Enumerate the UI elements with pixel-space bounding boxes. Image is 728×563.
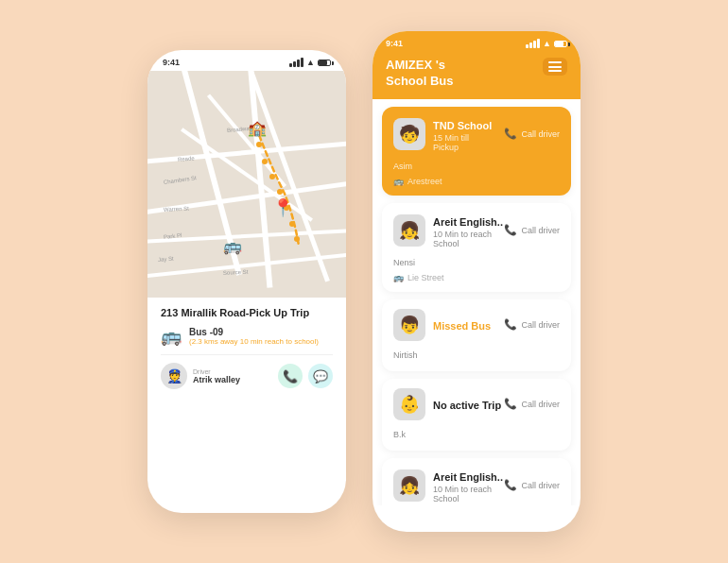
signal-bar-1 bbox=[289, 63, 292, 67]
signal-bar-4 bbox=[301, 58, 303, 67]
trip-card-4[interactable]: 👧 Areit English.. 10 Min to reachSchool … bbox=[382, 458, 571, 505]
action-icons: 📞 💬 bbox=[278, 364, 333, 388]
trip-card-1[interactable]: 👧 Areit English.. 10 Min to reachSchool … bbox=[382, 203, 571, 292]
student-name-2: Nirtish bbox=[393, 350, 418, 360]
driver-label: Driver bbox=[193, 368, 240, 375]
card-row-4: 👧 Areit English.. 10 Min to reachSchool … bbox=[393, 468, 560, 503]
card-call-3[interactable]: 📞 Call driver bbox=[504, 398, 560, 410]
svg-point-7 bbox=[294, 236, 300, 242]
card-sub2-1: School bbox=[433, 239, 503, 248]
trip-title: 213 Mirallik Road-Pick Up Trip bbox=[161, 307, 333, 318]
card-row-3: 👶 No active Trip 📞 Call driver bbox=[393, 388, 560, 420]
school-icon: 🏫 bbox=[248, 119, 267, 137]
card-sub1-1: 10 Min to reach bbox=[433, 230, 503, 239]
trip-card-2[interactable]: 👦 Missed Bus 📞 Call driver Nirtish bbox=[382, 299, 571, 371]
trip-card-3[interactable]: 👶 No active Trip 📞 Call driver B.k bbox=[382, 379, 571, 451]
card-info-0: TND School 15 Min tillPickup bbox=[433, 116, 492, 152]
card-street-1: 🚌 Lie Street bbox=[393, 273, 560, 282]
card-call-4[interactable]: 📞 Call driver bbox=[504, 479, 560, 491]
road-label-warren: Warren St bbox=[164, 206, 189, 213]
map-pin: 📍 bbox=[272, 197, 293, 218]
card-info-3: No active Trip bbox=[433, 396, 501, 413]
phone-icon-1: 📞 bbox=[504, 224, 517, 236]
r-sig-1 bbox=[526, 44, 529, 48]
card-call-2[interactable]: 📞 Call driver bbox=[504, 318, 560, 331]
phone-icon-2: 📞 bbox=[504, 318, 517, 331]
card-left-1: 👧 Areit English.. 10 Min to reachSchool bbox=[393, 213, 503, 248]
card-student-3: B.k bbox=[393, 424, 560, 441]
bus-street-icon-0: 🚌 bbox=[393, 177, 404, 186]
right-wifi-icon: ▲ bbox=[543, 39, 551, 48]
bottom-panel: 213 Mirallik Road-Pick Up Trip 🚌 Bus -09… bbox=[147, 298, 346, 399]
card-row-2: 👦 Missed Bus 📞 Call driver bbox=[393, 309, 560, 341]
right-phone: 9:41 ▲ AMIZEX 's School Bus bbox=[373, 31, 581, 532]
student-avatar-0: 🧒 bbox=[393, 118, 425, 150]
menu-line-3 bbox=[548, 70, 562, 72]
card-info-4: Areit English.. 10 Min to reachSchool bbox=[433, 468, 503, 503]
right-phone-header: AMIZEX 's School Bus bbox=[373, 48, 581, 99]
student-avatar-3: 👶 bbox=[393, 388, 425, 420]
driver-row: 👮 Driver Atrik walley 📞 💬 bbox=[161, 354, 333, 389]
right-time: 9:41 bbox=[386, 39, 403, 48]
card-info-2: Missed Bus bbox=[433, 316, 491, 333]
call-label-4: Call driver bbox=[521, 481, 560, 490]
call-label-0: Call driver bbox=[521, 129, 560, 139]
cards-list: 🧒 TND School 15 Min tillPickup 📞 Call dr… bbox=[373, 99, 581, 505]
card-left-2: 👦 Missed Bus bbox=[393, 309, 491, 341]
road-h4 bbox=[147, 251, 346, 280]
chat-action-button[interactable]: 💬 bbox=[308, 364, 333, 388]
call-action-button[interactable]: 📞 bbox=[278, 364, 303, 388]
left-phone: 9:41 ▲ bbox=[147, 50, 346, 513]
road-label-reade: Reade bbox=[177, 156, 194, 163]
card-sub2-0: Pickup bbox=[433, 143, 492, 152]
battery-icon bbox=[318, 60, 331, 66]
student-name-0: Asim bbox=[393, 162, 412, 171]
right-status-icons: ▲ bbox=[526, 39, 567, 48]
card-call-1[interactable]: 📞 Call driver bbox=[504, 224, 560, 236]
card-row-0: 🧒 TND School 15 Min tillPickup 📞 Call dr… bbox=[393, 116, 560, 152]
road-label-chambers: Chambers St bbox=[163, 175, 197, 185]
student-avatar-4: 👧 bbox=[393, 469, 425, 502]
r-sig-4 bbox=[537, 39, 540, 48]
card-student-2: Nirtish bbox=[393, 345, 560, 362]
map-area: Broadway Reade Chambers St Warren St Par… bbox=[147, 71, 346, 298]
wifi-icon: ▲ bbox=[306, 58, 315, 67]
signal-bar-3 bbox=[297, 60, 300, 67]
card-name-3: No active Trip bbox=[433, 400, 501, 411]
left-time: 9:41 bbox=[163, 58, 180, 67]
card-row-1: 👧 Areit English.. 10 Min to reachSchool … bbox=[393, 213, 560, 248]
left-status-icons: ▲ bbox=[289, 58, 331, 67]
card-student-1: Nensi bbox=[393, 252, 560, 269]
card-name-1: Areit English.. bbox=[433, 216, 503, 228]
bus-info: 🚌 Bus -09 (2.3 kms away 10 min reach to … bbox=[161, 326, 333, 347]
driver-info: 👮 Driver Atrik walley bbox=[161, 363, 240, 389]
bus-street-icon-1: 🚌 bbox=[393, 273, 404, 282]
bus-subtitle: (2.3 kms away 10 min reach to school) bbox=[189, 337, 319, 346]
left-status-bar: 9:41 ▲ bbox=[147, 50, 346, 71]
card-name-0: TND School bbox=[433, 120, 492, 131]
phone-icon-0: 📞 bbox=[504, 128, 517, 140]
card-call-0[interactable]: 📞 Call driver bbox=[504, 128, 560, 140]
card-street-0: 🚌 Arestreet bbox=[393, 177, 560, 186]
card-left-4: 👧 Areit English.. 10 Min to reachSchool bbox=[393, 468, 503, 503]
card-name-4: Areit English.. bbox=[433, 471, 503, 483]
card-left-3: 👶 No active Trip bbox=[393, 388, 501, 420]
card-left-0: 🧒 TND School 15 Min tillPickup bbox=[393, 116, 492, 152]
phone-icon-3: 📞 bbox=[504, 398, 517, 410]
card-sub1-4: 10 Min to reach bbox=[433, 485, 503, 494]
bus-map-icon: 🚌 bbox=[223, 236, 242, 254]
student-avatar-2: 👦 bbox=[393, 309, 425, 341]
call-label-3: Call driver bbox=[521, 400, 560, 409]
trip-card-0[interactable]: 🧒 TND School 15 Min tillPickup 📞 Call dr… bbox=[382, 107, 571, 196]
signal-bar-2 bbox=[293, 61, 296, 67]
menu-line-2 bbox=[548, 66, 562, 68]
driver-text: Driver Atrik walley bbox=[193, 368, 240, 384]
call-label-1: Call driver bbox=[521, 226, 560, 235]
map-grid: Broadway Reade Chambers St Warren St Par… bbox=[147, 71, 346, 298]
call-label-2: Call driver bbox=[521, 320, 560, 330]
road-label-jay: Jay St bbox=[157, 255, 173, 262]
menu-button[interactable] bbox=[543, 58, 567, 76]
card-info-1: Areit English.. 10 Min to reachSchool bbox=[433, 213, 503, 248]
card-student-0: Asim bbox=[393, 156, 560, 173]
header-title: AMIZEX 's School Bus bbox=[386, 58, 454, 90]
